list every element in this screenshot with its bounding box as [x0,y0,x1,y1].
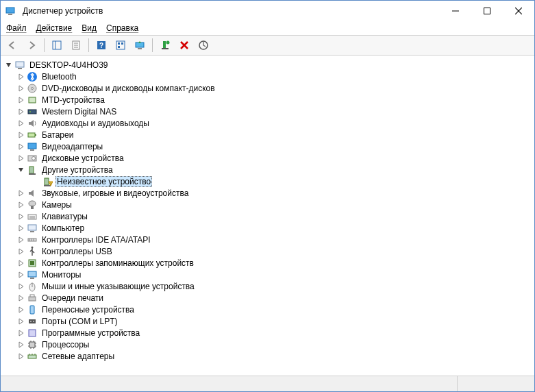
chevron-right-icon[interactable] [17,271,25,279]
tree-node[interactable]: Клавиатуры [2,210,534,222]
tree-node-label: Программные устройства [40,328,141,338]
chevron-right-icon[interactable] [17,143,25,151]
svg-rect-27 [18,68,22,69]
tree-node[interactable]: Видеоадаптеры [2,140,534,152]
uninstall-button[interactable] [175,37,193,53]
tree-node[interactable]: Компьютер [2,222,534,234]
chevron-right-icon[interactable] [17,73,25,81]
show-hide-tree-button[interactable] [48,37,66,53]
chevron-right-icon[interactable] [17,224,25,232]
statusbar-pane-right [458,376,534,391]
svg-rect-31 [29,97,36,103]
tree-node[interactable]: Мыши и иные указывающие устройства [2,280,534,292]
action-center-button[interactable] [112,37,129,53]
tree-node[interactable]: DVD-дисководы и дисководы компакт-дисков [2,82,534,94]
tree-node[interactable]: Программные устройства [2,327,534,339]
tree-node[interactable]: Переносные устройства [2,304,534,315]
menubar: Файл Действие Вид Справка [1,21,534,36]
close-button[interactable] [503,1,534,21]
svg-rect-66 [30,306,34,314]
monitor-icon [27,269,38,280]
chevron-right-icon[interactable] [17,329,25,337]
chevron-right-icon[interactable] [17,119,25,127]
chevron-right-icon[interactable] [17,294,25,302]
back-button[interactable] [3,37,21,53]
tree-node-label: Мыши и иные указывающие устройства [40,282,196,291]
scan-hardware-button[interactable] [195,37,212,53]
properties-button[interactable] [67,37,85,53]
tree-node[interactable]: Процессоры [2,339,534,350]
tree-node[interactable]: DESKTOP-4U4HO39 [2,59,534,71]
chevron-right-icon[interactable] [17,96,25,104]
chevron-right-icon[interactable] [17,259,25,267]
chevron-right-icon[interactable] [17,84,25,93]
computer-root-icon [14,60,25,71]
tree-node[interactable]: Очереди печати [2,292,534,304]
audio-icon [27,118,38,129]
forward-button[interactable] [23,37,40,53]
tree-node[interactable]: MTD-устройства [2,94,534,106]
window-title: Диспетчер устройств [23,6,103,16]
chevron-right-icon[interactable] [17,108,25,116]
tree-node[interactable]: Сетевые адаптеры [2,350,534,362]
tree-node-label: Контроллеры запоминающих устройств [40,258,195,268]
tree-node-label: Камеры [40,200,73,210]
chevron-right-icon[interactable] [17,352,25,360]
chevron-right-icon[interactable] [17,247,25,256]
svg-rect-36 [28,143,36,149]
svg-rect-67 [29,319,36,323]
storage-icon [27,258,38,269]
help-button[interactable]: ? [92,37,110,53]
tree-node[interactable]: Контроллеры USB [2,245,534,257]
tree-node-label: Сетевые адаптеры [40,352,116,361]
menu-file[interactable]: Файл [6,23,27,33]
chevron-right-icon[interactable] [17,131,25,139]
svg-rect-35 [35,134,36,136]
tree-node-label: Видеоадаптеры [40,142,104,151]
chevron-right-icon[interactable] [17,282,25,291]
chevron-down-icon[interactable] [5,61,13,69]
tree-node[interactable]: Western Digital NAS [2,106,534,117]
tree-node[interactable]: Дисковые устройства [2,152,534,164]
svg-point-57 [32,246,34,248]
maximize-button[interactable] [471,1,503,21]
chevron-right-icon[interactable] [17,212,25,221]
cpu-icon [27,339,38,350]
svg-rect-32 [28,110,36,114]
update-driver-button[interactable] [131,37,149,53]
menu-view[interactable]: Вид [82,23,97,33]
enable-button[interactable] [156,37,174,53]
menu-action[interactable]: Действие [36,23,73,33]
tree-node[interactable]: Мониторы [2,269,534,280]
tree-node[interactable]: !Неизвестное устройство [2,175,534,187]
minimize-button[interactable] [440,1,471,21]
svg-point-33 [29,111,31,112]
tree-node[interactable]: Контроллеры запоминающих устройств [2,257,534,269]
chevron-right-icon[interactable] [17,189,25,197]
tree-node[interactable]: Аудиовходы и аудиовыходы [2,117,534,129]
chevron-right-icon[interactable] [17,201,25,209]
tree-node[interactable]: Другие устройства [2,164,534,175]
chevron-right-icon[interactable] [17,154,25,162]
tree-node-label: Аудиовходы и аудиовыходы [40,119,151,128]
tree-node-label: DVD-дисководы и дисководы компакт-дисков [40,84,216,93]
svg-point-68 [30,321,32,322]
chevron-right-icon[interactable] [17,317,25,326]
device-tree[interactable]: DESKTOP-4U4HO39BluetoothDVD-дисководы и … [1,56,534,376]
menu-help[interactable]: Справка [106,23,138,33]
svg-rect-19 [138,48,142,49]
statusbar-pane-left [1,376,458,391]
tree-node[interactable]: Контроллеры IDE ATA/ATAPI [2,234,534,245]
tree-node-label: Батареи [40,130,75,140]
chevron-right-icon[interactable] [17,306,25,314]
chevron-right-icon[interactable] [17,341,25,349]
svg-rect-14 [116,41,125,49]
tree-node[interactable]: Батареи [2,129,534,140]
tree-node[interactable]: Порты (COM и LPT) [2,315,534,327]
chevron-right-icon[interactable] [17,236,25,244]
svg-point-30 [32,87,34,89]
tree-node[interactable]: Камеры [2,199,534,210]
tree-node[interactable]: Звуковые, игровые и видеоустройства [2,187,534,199]
tree-node[interactable]: Bluetooth [2,71,534,82]
chevron-down-icon[interactable] [17,166,25,174]
